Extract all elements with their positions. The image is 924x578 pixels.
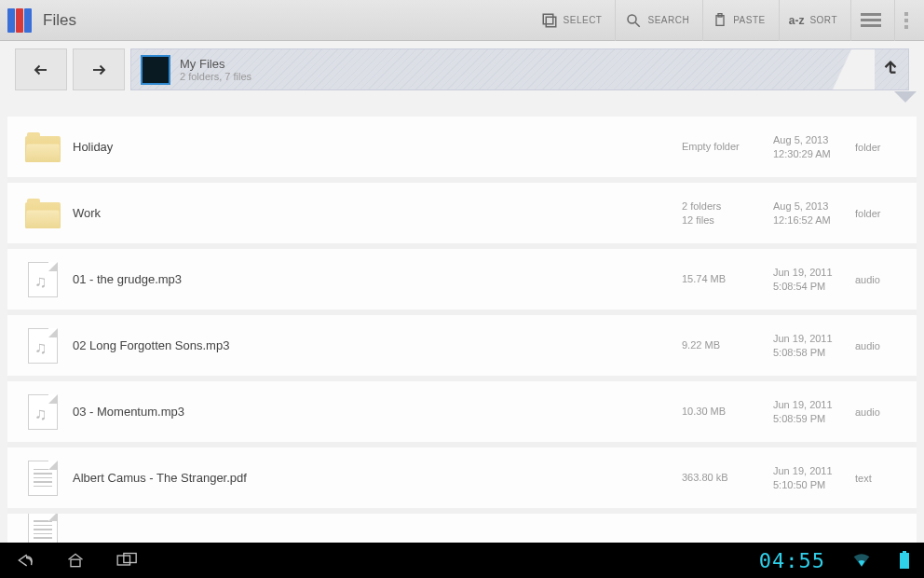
file-date: Jun 19, 20115:08:58 PM	[773, 332, 855, 360]
svg-rect-0	[543, 14, 553, 24]
breadcrumb-chevron-icon	[894, 91, 917, 103]
top-action-bar: Files SELECT SEARCH PASTE a-z SORT	[0, 0, 924, 41]
app-icon	[7, 7, 35, 34]
file-date: Jun 19, 20115:10:50 PM	[773, 464, 855, 492]
select-label: SELECT	[564, 15, 603, 25]
select-icon	[541, 12, 558, 29]
system-clock: 04:55	[759, 549, 825, 572]
file-type: folder	[855, 208, 904, 219]
file-size: Empty folder	[682, 140, 773, 154]
app-title: Files	[43, 11, 76, 30]
file-name: 02 Long Forgotten Sons.mp3	[65, 338, 682, 352]
sort-label: SORT	[809, 15, 837, 25]
svg-rect-13	[903, 551, 906, 554]
paste-label: PASTE	[733, 15, 766, 25]
file-size: 363.80 kB	[682, 471, 773, 485]
audio-file-icon: ♫	[28, 328, 58, 364]
select-button[interactable]: SELECT	[532, 0, 612, 41]
sort-icon: a-z	[789, 14, 805, 27]
arrow-left-icon	[30, 62, 52, 78]
file-name: 03 - Momentum.mp3	[65, 405, 682, 419]
file-row[interactable]: ♫03 - Momentum.mp310.30 MBJun 19, 20115:…	[7, 381, 917, 447]
file-name: Work	[65, 206, 682, 220]
folder-icon	[25, 199, 61, 228]
wifi-icon	[851, 552, 872, 569]
search-button[interactable]: SEARCH	[615, 0, 699, 41]
svg-line-3	[636, 22, 641, 27]
document-file-icon	[28, 461, 58, 496]
svg-point-2	[628, 15, 636, 23]
file-row[interactable]: ♫02 Long Forgotten Sons.mp39.22 MBJun 19…	[7, 315, 917, 381]
android-home-button[interactable]	[63, 551, 88, 570]
file-list: HolidayEmpty folderAug 5, 201312:30:29 A…	[7, 117, 917, 551]
arrow-right-icon	[88, 62, 110, 78]
file-name: Albert Camus - The Stranger.pdf	[65, 471, 682, 485]
back-button[interactable]	[15, 48, 67, 90]
file-type: folder	[855, 142, 904, 153]
paste-button[interactable]: PASTE	[702, 0, 775, 41]
list-view-icon	[861, 13, 881, 27]
audio-file-icon: ♫	[28, 262, 58, 297]
file-row[interactable]: HolidayEmpty folderAug 5, 201312:30:29 A…	[7, 117, 917, 183]
file-row[interactable]: Albert Camus - The Stranger.pdf363.80 kB…	[7, 447, 917, 514]
location-thumb-icon	[141, 55, 170, 85]
breadcrumb-bar: My Files 2 folders, 7 files	[15, 48, 909, 90]
file-size: 2 folders12 files	[682, 200, 773, 227]
file-size: 10.30 MB	[682, 405, 773, 419]
search-icon	[625, 12, 642, 29]
paste-icon	[713, 12, 727, 29]
svg-rect-12	[900, 553, 909, 569]
file-type: audio	[855, 340, 904, 351]
file-row[interactable]: ♫01 - the grudge.mp315.74 MBJun 19, 2011…	[7, 249, 917, 315]
breadcrumb-current[interactable]: My Files 2 folders, 7 files	[130, 48, 909, 90]
android-back-button[interactable]	[13, 551, 37, 570]
file-type: text	[855, 473, 904, 484]
android-nav-bar: 04:55	[0, 543, 924, 578]
folder-icon	[25, 132, 61, 162]
audio-file-icon: ♫	[28, 394, 58, 430]
android-recents-button[interactable]	[114, 551, 142, 570]
breadcrumb-title: My Files	[180, 57, 251, 71]
file-name: Holiday	[65, 140, 682, 154]
search-label: SEARCH	[647, 15, 689, 25]
view-mode-button[interactable]	[850, 0, 890, 41]
breadcrumb-subtitle: 2 folders, 7 files	[180, 71, 251, 82]
file-date: Aug 5, 201312:30:29 AM	[773, 133, 855, 161]
file-size: 9.22 MB	[682, 338, 773, 352]
arrow-up-icon	[880, 57, 901, 81]
svg-rect-9	[71, 559, 80, 567]
file-row[interactable]: Work2 folders12 filesAug 5, 201312:16:52…	[7, 183, 917, 249]
svg-rect-1	[546, 17, 556, 27]
sort-button[interactable]: a-z SORT	[779, 0, 847, 41]
battery-icon	[898, 551, 911, 570]
file-size: 15.74 MB	[682, 272, 773, 286]
file-date: Aug 5, 201312:16:52 AM	[773, 200, 855, 227]
file-name: 01 - the grudge.mp3	[65, 272, 682, 286]
forward-button[interactable]	[73, 48, 125, 90]
go-up-button[interactable]	[880, 57, 901, 85]
file-date: Jun 19, 20115:08:59 PM	[773, 398, 855, 426]
overflow-menu-button[interactable]	[894, 0, 917, 41]
file-date: Jun 19, 20115:08:54 PM	[773, 266, 855, 294]
file-type: audio	[855, 274, 904, 285]
file-type: audio	[855, 406, 904, 418]
